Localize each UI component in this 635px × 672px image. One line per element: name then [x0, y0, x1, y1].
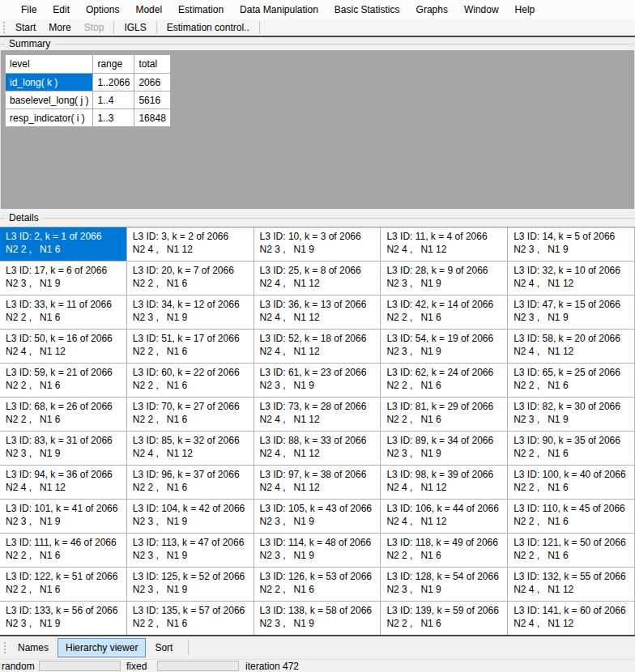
range-cell[interactable]: 1..2066 [93, 74, 134, 91]
hierarchy-unit-cell[interactable]: L3 ID: 52, k = 18 of 2066 N2 4 , N1 12 [254, 330, 381, 364]
hierarchy-unit-cell[interactable]: L3 ID: 47, k = 15 of 2066 N2 3 , N1 9 [508, 296, 635, 330]
hierarchy-unit-cell[interactable]: L3 ID: 28, k = 9 of 2066 N2 3 , N1 9 [381, 262, 508, 296]
menu-item[interactable]: Estimation [170, 2, 232, 17]
unit-id-text: L3 ID: 20, k = 7 of 2066 [133, 264, 252, 277]
hierarchy-unit-cell[interactable]: L3 ID: 90, k = 35 of 2066 N2 2 , N1 6 [508, 432, 635, 466]
hierarchy-unit-cell[interactable]: L3 ID: 96, k = 37 of 2066 N2 2 , N1 6 [127, 466, 254, 500]
hierarchy-unit-cell[interactable]: L3 ID: 118, k = 49 of 2066 N2 2 , N1 6 [381, 534, 508, 568]
hierarchy-unit-cell[interactable]: L3 ID: 2, k = 1 of 2066 N2 2 , N1 6 [0, 228, 127, 262]
hierarchy-unit-cell[interactable]: L3 ID: 121, k = 50 of 2066 N2 2 , N1 6 [508, 534, 635, 568]
tab-names[interactable]: Names [10, 638, 57, 657]
total-cell[interactable]: 16848 [134, 109, 171, 127]
hierarchy-unit-cell[interactable]: L3 ID: 59, k = 21 of 2066 N2 2 , N1 6 [0, 364, 127, 398]
hierarchy-unit-cell[interactable]: L3 ID: 33, k = 11 of 2066 N2 2 , N1 6 [0, 296, 127, 330]
hierarchy-unit-cell[interactable]: L3 ID: 122, k = 51 of 2066 N2 2 , N1 6 [0, 568, 127, 602]
start-button[interactable]: Start [9, 21, 42, 34]
hierarchy-unit-cell[interactable]: L3 ID: 3, k = 2 of 2066 N2 4 , N1 12 [127, 228, 254, 262]
level-name-cell[interactable]: baselevel_long( j ) [6, 91, 93, 109]
hierarchy-unit-cell[interactable]: L3 ID: 139, k = 59 of 2066 N2 2 , N1 6 [381, 602, 508, 636]
unit-counts-text: N2 4 , N1 12 [260, 345, 379, 358]
unit-counts-text: N2 4 , N1 12 [514, 277, 633, 290]
igls-button[interactable]: IGLS [117, 21, 152, 34]
hierarchy-unit-cell[interactable]: L3 ID: 83, k = 31 of 2066 N2 3 , N1 9 [0, 432, 127, 466]
hierarchy-unit-cell[interactable]: L3 ID: 61, k = 23 of 2066 N2 3 , N1 9 [254, 364, 381, 398]
hierarchy-unit-cell[interactable]: L3 ID: 125, k = 52 of 2066 N2 3 , N1 9 [127, 568, 254, 602]
hierarchy-unit-cell[interactable]: L3 ID: 89, k = 34 of 2066 N2 3 , N1 9 [381, 432, 508, 466]
hierarchy-unit-cell[interactable]: L3 ID: 81, k = 29 of 2066 N2 2 , N1 6 [381, 398, 508, 432]
estimation-control-button[interactable]: Estimation control.. [160, 21, 256, 34]
level-name-cell[interactable]: id_long( k ) [6, 74, 93, 91]
hierarchy-unit-cell[interactable]: L3 ID: 62, k = 24 of 2066 N2 2 , N1 6 [381, 364, 508, 398]
hierarchy-unit-cell[interactable]: L3 ID: 110, k = 45 of 2066 N2 2 , N1 6 [508, 500, 635, 534]
hierarchy-unit-cell[interactable]: L3 ID: 58, k = 20 of 2066 N2 4 , N1 12 [508, 330, 635, 364]
hierarchy-unit-cell[interactable]: L3 ID: 138, k = 58 of 2066 N2 3 , N1 9 [254, 602, 381, 636]
hierarchy-unit-cell[interactable]: L3 ID: 60, k = 22 of 2066 N2 2 , N1 6 [127, 364, 254, 398]
hierarchy-unit-cell[interactable]: L3 ID: 135, k = 57 of 2066 N2 2 , N1 6 [127, 602, 254, 636]
unit-counts-text: N2 4 , N1 12 [260, 311, 379, 324]
menu-item[interactable]: Graphs [408, 2, 456, 17]
hierarchy-unit-cell[interactable]: L3 ID: 114, k = 48 of 2066 N2 3 , N1 9 [254, 534, 381, 568]
total-cell[interactable]: 2066 [134, 74, 171, 91]
unit-id-text: L3 ID: 81, k = 29 of 2066 [386, 400, 505, 413]
hierarchy-unit-cell[interactable]: L3 ID: 20, k = 7 of 2066 N2 2 , N1 6 [127, 262, 254, 296]
range-cell[interactable]: 1..3 [93, 109, 134, 127]
menu-item[interactable]: Window [456, 2, 507, 17]
level-name-cell[interactable]: resp_indicator( i ) [6, 109, 93, 127]
tab-sort[interactable]: Sort [147, 638, 181, 657]
hierarchy-unit-cell[interactable]: L3 ID: 85, k = 32 of 2066 N2 4 , N1 12 [127, 432, 254, 466]
menu-item[interactable]: Options [78, 2, 127, 17]
unit-counts-text: N2 3 , N1 9 [514, 311, 633, 324]
stop-button[interactable]: Stop [78, 21, 111, 34]
summary-row-level1[interactable]: resp_indicator( i ) 1..3 16848 [6, 109, 171, 127]
hierarchy-unit-cell[interactable]: L3 ID: 97, k = 38 of 2066 N2 4 , N1 12 [254, 466, 381, 500]
hierarchy-unit-cell[interactable]: L3 ID: 126, k = 53 of 2066 N2 2 , N1 6 [254, 568, 381, 602]
hierarchy-unit-cell[interactable]: L3 ID: 128, k = 54 of 2066 N2 3 , N1 9 [381, 568, 508, 602]
hierarchy-unit-cell[interactable]: L3 ID: 113, k = 47 of 2066 N2 3 , N1 9 [127, 534, 254, 568]
hierarchy-unit-cell[interactable]: L3 ID: 132, k = 55 of 2066 N2 4 , N1 12 [508, 568, 635, 602]
unit-counts-text: N2 2 , N1 6 [386, 549, 505, 562]
menu-item[interactable]: Help [507, 2, 543, 17]
hierarchy-unit-cell[interactable]: L3 ID: 14, k = 5 of 2066 N2 3 , N1 9 [508, 228, 635, 262]
hierarchy-unit-cell[interactable]: L3 ID: 73, k = 28 of 2066 N2 4 , N1 12 [254, 398, 381, 432]
hierarchy-unit-cell[interactable]: L3 ID: 98, k = 39 of 2066 N2 4 , N1 12 [381, 466, 508, 500]
hierarchy-unit-cell[interactable]: L3 ID: 25, k = 8 of 2066 N2 4 , N1 12 [254, 262, 381, 296]
hierarchy-unit-cell[interactable]: L3 ID: 36, k = 13 of 2066 N2 4 , N1 12 [254, 296, 381, 330]
hierarchy-unit-cell[interactable]: L3 ID: 51, k = 17 of 2066 N2 2 , N1 6 [127, 330, 254, 364]
hierarchy-unit-cell[interactable]: L3 ID: 34, k = 12 of 2066 N2 3 , N1 9 [127, 296, 254, 330]
hierarchy-unit-cell[interactable]: L3 ID: 101, k = 41 of 2066 N2 3 , N1 9 [0, 500, 127, 534]
hierarchy-unit-cell[interactable]: L3 ID: 65, k = 25 of 2066 N2 2 , N1 6 [508, 364, 635, 398]
groupbox-line [54, 44, 634, 45]
menu-item[interactable]: Edit [45, 2, 78, 17]
menu-item[interactable]: File [13, 2, 45, 17]
hierarchy-unit-cell[interactable]: L3 ID: 32, k = 10 of 2066 N2 4 , N1 12 [508, 262, 635, 296]
hierarchy-unit-cell[interactable]: L3 ID: 11, k = 4 of 2066 N2 4 , N1 12 [381, 228, 508, 262]
hierarchy-unit-cell[interactable]: L3 ID: 111, k = 46 of 2066 N2 2 , N1 6 [0, 534, 127, 568]
total-cell[interactable]: 5616 [134, 91, 171, 109]
hierarchy-unit-cell[interactable]: L3 ID: 105, k = 43 of 2066 N2 3 , N1 9 [254, 500, 381, 534]
range-cell[interactable]: 1..4 [93, 91, 134, 109]
hierarchy-unit-cell[interactable]: L3 ID: 68, k = 26 of 2066 N2 2 , N1 6 [0, 398, 127, 432]
hierarchy-unit-cell[interactable]: L3 ID: 10, k = 3 of 2066 N2 3 , N1 9 [254, 228, 381, 262]
hierarchy-unit-cell[interactable]: L3 ID: 100, k = 40 of 2066 N2 2 , N1 6 [508, 466, 635, 500]
hierarchy-unit-cell[interactable]: L3 ID: 17, k = 6 of 2066 N2 3 , N1 9 [0, 262, 127, 296]
hierarchy-unit-cell[interactable]: L3 ID: 50, k = 16 of 2066 N2 4 , N1 12 [0, 330, 127, 364]
hierarchy-unit-cell[interactable]: L3 ID: 133, k = 56 of 2066 N2 3 , N1 9 [0, 602, 127, 636]
summary-row-level2[interactable]: baselevel_long( j ) 1..4 5616 [6, 91, 171, 109]
menu-item[interactable]: Model [127, 2, 170, 17]
hierarchy-unit-cell[interactable]: L3 ID: 106, k = 44 of 2066 N2 4 , N1 12 [381, 500, 508, 534]
tab-hierarchy-viewer[interactable]: Hierarchy viewer [58, 638, 146, 657]
unit-counts-text: N2 2 , N1 6 [386, 617, 505, 630]
menu-item[interactable]: Data Manipulation [232, 2, 326, 17]
menu-item[interactable]: Basic Statistics [326, 2, 408, 17]
hierarchy-unit-cell[interactable]: L3 ID: 94, k = 36 of 2066 N2 4 , N1 12 [0, 466, 127, 500]
hierarchy-unit-cell[interactable]: L3 ID: 54, k = 19 of 2066 N2 3 , N1 9 [381, 330, 508, 364]
hierarchy-unit-cell[interactable]: L3 ID: 104, k = 42 of 2066 N2 3 , N1 9 [127, 500, 254, 534]
more-button[interactable]: More [42, 21, 77, 34]
summary-row-level3[interactable]: id_long( k ) 1..2066 2066 [6, 74, 171, 91]
hierarchy-unit-cell[interactable]: L3 ID: 42, k = 14 of 2066 N2 2 , N1 6 [381, 296, 508, 330]
unit-counts-text: N2 3 , N1 9 [514, 243, 633, 256]
hierarchy-unit-cell[interactable]: L3 ID: 82, k = 30 of 2066 N2 3 , N1 9 [508, 398, 635, 432]
hierarchy-unit-cell[interactable]: L3 ID: 70, k = 27 of 2066 N2 2 , N1 6 [127, 398, 254, 432]
hierarchy-unit-cell[interactable]: L3 ID: 88, k = 33 of 2066 N2 4 , N1 12 [254, 432, 381, 466]
hierarchy-unit-cell[interactable]: L3 ID: 141, k = 60 of 2066 N2 4 , N1 12 [508, 602, 635, 636]
